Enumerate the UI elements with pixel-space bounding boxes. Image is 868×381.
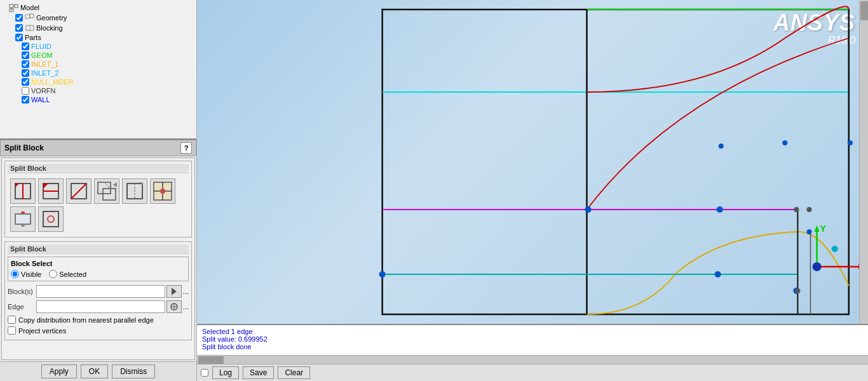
svg-marker-30 [20,224,25,227]
svg-rect-0 [10,4,13,8]
inlet2-label: INLET_2 [31,69,58,77]
inlet1-checkbox[interactable] [22,60,29,68]
tree-nullmder[interactable]: NULL_MDER [3,77,194,86]
project-verts-checkbox[interactable] [8,326,16,335]
blocks-label: Block(s) [8,288,36,295]
visible-radio-label[interactable]: Visible [11,270,41,278]
scrollbar-thumb-h[interactable] [198,356,224,364]
parts-label: Parts [25,34,41,41]
svg-rect-4 [25,15,30,18]
log-button[interactable]: Log [212,366,239,379]
tool-icon-2[interactable] [38,178,64,204]
blocks-field-row: Block(s) ... [8,285,189,298]
log-content: Selected 1 edge Split value: 0.699952 Sp… [197,325,868,355]
tree-inlet1[interactable]: INLET_1 [3,60,194,69]
vorfn-checkbox[interactable] [22,87,29,95]
wall-label: WALL [31,96,50,104]
nullmder-checkbox[interactable] [22,78,29,86]
blocks-pick-btn[interactable] [166,285,182,298]
tree-vorfn[interactable]: VORFN [3,86,194,95]
tree-section: Model Geometry Blocking [0,0,196,140]
wall-checkbox[interactable] [22,96,29,104]
apply-button[interactable]: Apply [41,364,77,378]
svg-point-27 [160,189,165,194]
log-line2: Split value: 0.699952 [202,335,863,343]
svg-rect-5 [30,14,34,18]
geometry-checkbox[interactable] [15,14,23,22]
edge-dots[interactable]: ... [183,303,189,311]
svg-point-48 [848,140,853,145]
parts-checkbox[interactable] [15,34,23,41]
log-checkbox[interactable] [201,369,208,377]
tool-icon-8[interactable] [38,206,64,232]
blocks-input[interactable] [36,285,165,298]
project-verts-row: Project vertices [8,326,189,335]
tool-icon-6[interactable] [150,178,175,204]
svg-marker-59 [815,225,820,232]
copy-dist-checkbox[interactable] [8,316,16,324]
blocks-dots[interactable]: ... [183,288,189,295]
tree-inlet2[interactable]: INLET_2 [3,69,194,77]
edge-input[interactable] [36,300,165,313]
svg-marker-13 [43,184,48,189]
split-block-title: Split Block [4,144,44,152]
tree-parts[interactable]: Parts [3,33,194,42]
tool-icon-grid [8,176,189,234]
tool-icon-7[interactable] [10,206,36,232]
tree-wall[interactable]: WALL [3,95,194,104]
svg-point-57 [795,288,800,293]
save-button[interactable]: Save [243,366,274,379]
model-label: Model [20,4,39,11]
svg-rect-16 [98,182,111,194]
svg-point-32 [48,216,54,222]
scrollbar-thumb-v[interactable] [860,1,868,20]
visible-radio[interactable] [11,270,19,278]
geometry-icon [25,13,35,22]
tree-geometry[interactable]: Geometry [3,13,194,23]
split-block-titlebar: Split Block ? [0,140,196,156]
log-scrollbar-h[interactable] [197,355,868,364]
viewport-scrollbar-v[interactable] [859,0,868,324]
geom-checkbox[interactable] [22,51,29,59]
svg-text:Y: Y [820,224,827,234]
tree-model[interactable]: Model [3,3,194,13]
viewport[interactable]: ANSYS R18.0 [197,0,868,324]
selected-radio-label[interactable]: Selected [49,270,86,278]
blocking-label: Blocking [36,24,63,32]
split-block-tools-group: Split Block [4,161,192,237]
help-icon[interactable]: ? [180,142,192,154]
svg-rect-1 [15,4,18,8]
fluid-label: FLUID [31,43,51,50]
blocking-icon [25,23,35,32]
tool-icon-4[interactable] [94,178,119,204]
block-select-title: Block Select [11,260,186,267]
tree-blocking[interactable]: Blocking [3,23,194,33]
split-block-inner: Split Block [1,157,195,360]
viewport-canvas: Y X [197,0,868,324]
selected-radio[interactable] [49,270,57,278]
clear-button[interactable]: Clear [278,366,310,379]
tool-icon-1[interactable] [10,178,36,204]
inlet1-label: INLET_1 [31,60,58,68]
svg-point-50 [717,206,723,213]
inlet2-checkbox[interactable] [22,69,29,77]
blocking-checkbox[interactable] [15,24,23,32]
edge-field-row: Edge ... [8,300,189,313]
svg-point-51 [794,207,799,212]
svg-marker-19 [113,182,117,187]
fluid-checkbox[interactable] [22,43,29,50]
nullmder-label: NULL_MDER [31,78,74,86]
tree-fluid[interactable]: FLUID [3,42,194,51]
svg-point-54 [715,271,721,277]
dismiss-button[interactable]: Dismiss [112,364,155,378]
svg-point-47 [782,140,787,145]
ok-button[interactable]: OK [81,364,108,378]
edge-pick-btn[interactable] [166,300,182,313]
geom-label: GEOM [31,51,53,59]
tool-icon-5[interactable] [122,178,147,204]
tree-geom[interactable]: GEOM [3,51,194,60]
svg-line-18 [104,182,111,189]
tool-icon-3[interactable] [66,178,92,204]
svg-marker-33 [172,288,177,295]
split-block-inner-title: Split Block [8,164,189,173]
